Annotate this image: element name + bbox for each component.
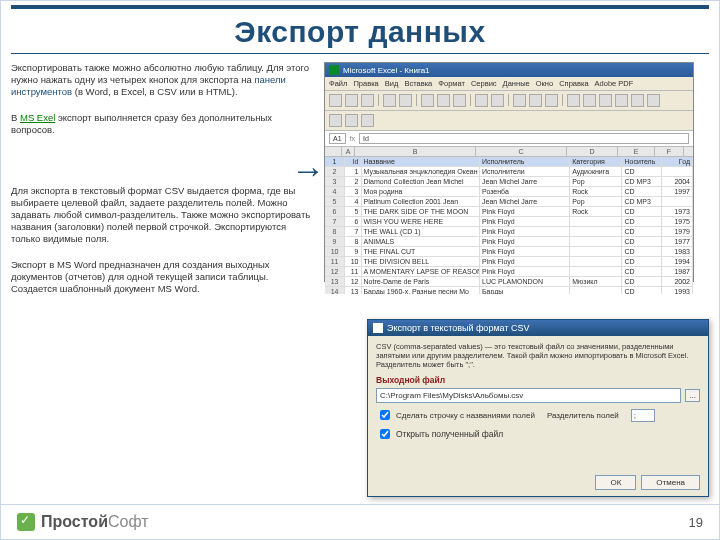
- excel-menu-item[interactable]: Формат: [438, 79, 465, 88]
- csv-open-checkbox[interactable]: Открыть полученный файл: [376, 426, 700, 442]
- page-number: 19: [689, 515, 703, 530]
- excel-row: 1110THE DIVISION BELLPink FloydCD1994: [325, 257, 693, 267]
- excel-cell-ref: A1: [329, 133, 346, 144]
- excel-link: MS Exel: [20, 112, 55, 123]
- excel-row: 98ANIMALSPink FloydCD1977: [325, 237, 693, 247]
- excel-grid: ABCDEF 1IdНазваниеИсполнительКатегорияНо…: [325, 147, 693, 294]
- csv-ok-button[interactable]: ОК: [595, 475, 636, 490]
- excel-row: 87THE WALL (CD 1)Pink FloydCD1979: [325, 227, 693, 237]
- paragraph-4: Экспорт в MS Word предназначен для созда…: [11, 259, 316, 295]
- paragraph-2: В MS Exel экспорт выполняется сразу без …: [11, 112, 316, 136]
- csv-cancel-button[interactable]: Отмена: [641, 475, 700, 490]
- logo-text-a: Простой: [41, 513, 108, 530]
- excel-row: 43Моя родинаРозенбаRockCD1997: [325, 187, 693, 197]
- csv-dialog-icon: [373, 323, 383, 333]
- excel-screenshot: Microsoft Excel - Книга1 ФайлПравкаВидВс…: [324, 62, 694, 282]
- csv-title-text: Экспорт в текстовый формат CSV: [387, 323, 530, 333]
- csv-description: CSV (comma-separated values) — это текст…: [376, 342, 700, 369]
- excel-row: 32Diamond Collection Jean MichelJean Mic…: [325, 177, 693, 187]
- slide-footer: ПростойСофт 19: [1, 504, 719, 539]
- excel-menu-item[interactable]: Правка: [353, 79, 378, 88]
- excel-menu-item[interactable]: Справка: [559, 79, 588, 88]
- arrow-icon: →: [291, 151, 325, 190]
- excel-menubar: ФайлПравкаВидВставкаФорматСервисДанныеОк…: [325, 77, 693, 91]
- excel-menu-item[interactable]: Вставка: [404, 79, 432, 88]
- excel-row: 54Platinum Collection 2001 JeanJean Mich…: [325, 197, 693, 207]
- csv-export-dialog: Экспорт в текстовый формат CSV CSV (comm…: [367, 319, 709, 497]
- excel-menu-item[interactable]: Вид: [385, 79, 399, 88]
- checkbox-icon[interactable]: [380, 410, 390, 420]
- csv-path-input[interactable]: C:\Program Files\MyDisks\Альбомы.csv: [376, 388, 681, 403]
- excel-menu-item[interactable]: Окно: [536, 79, 553, 88]
- excel-title-text: Microsoft Excel - Книга1: [343, 66, 430, 75]
- csv-browse-button[interactable]: ...: [685, 389, 700, 402]
- excel-row: 1312Notre-Dame de ParisLUC PLAMONDONМюзи…: [325, 277, 693, 287]
- excel-row: 65THE DARK SIDE OF THE MOONPink FloydRoc…: [325, 207, 693, 217]
- csv-open-label: Открыть полученный файл: [396, 429, 503, 439]
- paragraph-3: Для экспорта в текстовый формат CSV выда…: [11, 185, 316, 244]
- excel-row: 21Музыкальная энциклопедия ОкеанИсполнит…: [325, 167, 693, 177]
- csv-headers-label: Сделать строчку с названиями полей: [396, 411, 535, 420]
- excel-row: 76WISH YOU WERE HEREPink FloydCD1975: [325, 217, 693, 227]
- para1-text-b: (в Word, в Excel, в CSV или в HTML).: [72, 86, 238, 97]
- excel-icon: [329, 65, 339, 75]
- csv-headers-checkbox[interactable]: Сделать строчку с названиями полей: [376, 407, 535, 423]
- slide-title: Экспорт данных: [11, 9, 709, 53]
- excel-menu-item[interactable]: Данные: [503, 79, 530, 88]
- excel-row: 1IdНазваниеИсполнительКатегорияНосительГ…: [325, 157, 693, 167]
- excel-row: 1211A MOMENTARY LAPSE OF REASONPink Floy…: [325, 267, 693, 277]
- paragraph-1: Экспортировать также можно абсолютно люб…: [11, 62, 316, 98]
- logo: ПростойСофт: [17, 513, 149, 531]
- excel-menu-item[interactable]: Adobe PDF: [595, 79, 634, 88]
- excel-formula-bar: A1 fx Id: [325, 131, 693, 147]
- csv-section-label: Выходной файл: [376, 375, 700, 385]
- excel-toolbar-1: [325, 91, 693, 111]
- csv-titlebar: Экспорт в текстовый формат CSV: [368, 320, 708, 336]
- excel-toolbar-2: [325, 111, 693, 131]
- csv-separator-label: Разделитель полей: [547, 411, 619, 420]
- excel-row: 109THE FINAL CUTPink FloydCD1983: [325, 247, 693, 257]
- excel-menu-item[interactable]: Файл: [329, 79, 347, 88]
- excel-titlebar: Microsoft Excel - Книга1: [325, 63, 693, 77]
- text-column: Экспортировать также можно абсолютно люб…: [11, 62, 324, 308]
- logo-text-b: Софт: [108, 513, 149, 530]
- excel-fx-value: Id: [359, 133, 689, 144]
- checkbox-icon[interactable]: [380, 429, 390, 439]
- excel-row: 1413Барды 1960-х. Разные песни МоБардыCD…: [325, 287, 693, 294]
- excel-menu-item[interactable]: Сервис: [471, 79, 497, 88]
- csv-separator-input[interactable]: ;: [631, 409, 655, 422]
- para2-text-a: В: [11, 112, 20, 123]
- logo-check-icon: [17, 513, 35, 531]
